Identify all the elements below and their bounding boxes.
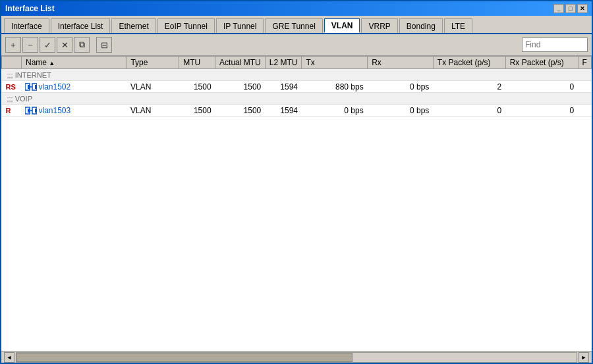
cell-flags: R xyxy=(2,105,22,117)
col-rx[interactable]: Rx xyxy=(368,57,434,69)
col-actual-mtu[interactable]: Actual MTU xyxy=(215,57,266,69)
table-header-row: Name ▲ Type MTU Actual MTU L2 MTU Tx Rx … xyxy=(2,57,592,69)
horizontal-scrollbar[interactable] xyxy=(16,352,577,363)
col-tx[interactable]: Tx xyxy=(302,57,368,69)
interface-name-link[interactable]: vlan1502 xyxy=(38,82,71,91)
col-mtu[interactable]: MTU xyxy=(179,57,215,69)
enable-button[interactable]: ✓ xyxy=(40,37,55,53)
interface-icon xyxy=(25,106,38,115)
col-type[interactable]: Type xyxy=(127,57,179,69)
interface-table: Name ▲ Type MTU Actual MTU L2 MTU Tx Rx … xyxy=(1,56,592,117)
table-body: ;;; INTERNETRS vlan1502VLAN1500150015948… xyxy=(2,69,592,117)
main-window: Interface List _ □ ✕ Interface Interface… xyxy=(0,0,593,364)
cell-mtu: 1500 xyxy=(179,105,215,117)
col-tx-packet[interactable]: Tx Packet (p/s) xyxy=(433,57,505,69)
minimize-button[interactable]: _ xyxy=(553,4,564,13)
cell-rx: 0 bps xyxy=(368,81,434,93)
tab-gre-tunnel[interactable]: GRE Tunnel xyxy=(265,18,322,33)
col-name[interactable]: Name ▲ xyxy=(21,57,126,69)
find-box xyxy=(522,38,588,52)
scroll-right-button[interactable]: ► xyxy=(579,352,589,363)
cell-l2-mtu: 1594 xyxy=(265,105,302,117)
cell-name[interactable]: vlan1503 xyxy=(21,105,126,117)
interface-name-link[interactable]: vlan1503 xyxy=(38,106,71,115)
group-label: ;;; VOIP xyxy=(2,93,592,105)
cell-actual-mtu: 1500 xyxy=(215,105,266,117)
tab-vlan[interactable]: VLAN xyxy=(324,18,360,33)
cell-mtu: 1500 xyxy=(179,81,215,93)
cell-rx-packet: 0 xyxy=(505,81,578,93)
col-f[interactable]: F xyxy=(578,57,591,69)
svg-rect-6 xyxy=(28,109,30,113)
col-flags[interactable] xyxy=(2,57,22,69)
interface-icon xyxy=(25,82,38,91)
tab-ip-tunnel[interactable]: IP Tunnel xyxy=(216,18,264,33)
title-bar-buttons: _ □ ✕ xyxy=(553,4,588,13)
cell-rx: 0 bps xyxy=(368,105,434,117)
find-input[interactable] xyxy=(522,38,588,52)
copy-button[interactable]: ⧉ xyxy=(74,37,90,53)
cell-l2-mtu: 1594 xyxy=(265,81,302,93)
cell-f xyxy=(578,105,591,117)
tab-interface-list[interactable]: Interface List xyxy=(51,18,111,33)
maximize-button[interactable]: □ xyxy=(565,4,576,13)
disable-button[interactable]: ✕ xyxy=(57,37,72,53)
tab-interface[interactable]: Interface xyxy=(4,18,49,33)
remove-button[interactable]: − xyxy=(22,37,38,53)
table-container: Name ▲ Type MTU Actual MTU L2 MTU Tx Rx … xyxy=(1,56,592,351)
group-row: ;;; INTERNET xyxy=(2,69,592,81)
svg-rect-3 xyxy=(35,85,37,89)
add-button[interactable]: + xyxy=(5,37,21,53)
close-button[interactable]: ✕ xyxy=(577,4,588,13)
cell-rx-packet: 0 xyxy=(505,105,578,117)
col-rx-packet[interactable]: Rx Packet (p/s) xyxy=(505,57,578,69)
group-label: ;;; INTERNET xyxy=(2,69,592,81)
svg-rect-8 xyxy=(35,109,37,113)
cell-flags: RS xyxy=(2,81,22,93)
cell-name[interactable]: vlan1502 xyxy=(21,81,126,93)
filter-button[interactable]: ⊟ xyxy=(96,37,112,53)
cell-type: VLAN xyxy=(127,81,179,93)
cell-actual-mtu: 1500 xyxy=(215,81,266,93)
tabs-row: Interface Interface List Ethernet EoIP T… xyxy=(1,16,592,34)
svg-rect-1 xyxy=(28,85,30,89)
table-row[interactable]: RS vlan1502VLAN150015001594880 bps0 bps2… xyxy=(2,81,592,93)
group-row: ;;; VOIP xyxy=(2,93,592,105)
cell-tx-packet: 0 xyxy=(433,105,505,117)
toolbar: + − ✓ ✕ ⧉ ⊟ xyxy=(1,34,592,56)
table-row[interactable]: R vlan1503VLAN1500150015940 bps0 bps00 xyxy=(2,105,592,117)
cell-f xyxy=(578,81,591,93)
tab-eoip-tunnel[interactable]: EoIP Tunnel xyxy=(157,18,215,33)
scroll-left-button[interactable]: ◄ xyxy=(4,352,14,363)
window-title: Interface List xyxy=(5,4,55,13)
cell-tx-packet: 2 xyxy=(433,81,505,93)
col-l2-mtu[interactable]: L2 MTU xyxy=(265,57,302,69)
scrollbar-thumb xyxy=(16,353,353,362)
cell-tx: 880 bps xyxy=(302,81,368,93)
tab-lte[interactable]: LTE xyxy=(444,18,472,33)
tab-bonding[interactable]: Bonding xyxy=(399,18,443,33)
tab-ethernet[interactable]: Ethernet xyxy=(111,18,155,33)
status-bar: ◄ ► xyxy=(1,351,592,363)
title-bar: Interface List _ □ ✕ xyxy=(1,1,592,16)
cell-tx: 0 bps xyxy=(302,105,368,117)
tab-vrrp[interactable]: VRRP xyxy=(361,18,397,33)
cell-type: VLAN xyxy=(127,105,179,117)
